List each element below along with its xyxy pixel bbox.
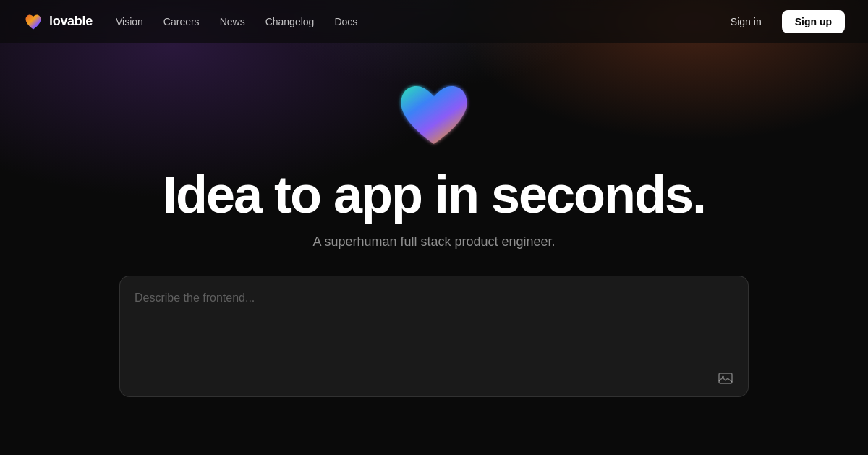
signin-button[interactable]: Sign in (719, 10, 773, 33)
nav-item-changelog[interactable]: Changelog (265, 15, 315, 28)
navbar: lovable Vision Careers News Changelog Do… (0, 0, 868, 43)
nav-item-news[interactable]: News (220, 15, 245, 28)
prompt-input[interactable] (135, 289, 733, 362)
logo-heart-icon (23, 12, 43, 32)
svg-rect-0 (719, 373, 732, 383)
nav-item-careers[interactable]: Careers (163, 15, 200, 28)
logo-link[interactable]: lovable (23, 12, 93, 32)
hero-section: Idea to app in seconds. A superhuman ful… (0, 43, 868, 397)
nav-item-vision[interactable]: Vision (116, 15, 143, 28)
image-upload-icon[interactable] (718, 370, 733, 386)
hero-heart-icon (394, 78, 474, 150)
nav-left: lovable Vision Careers News Changelog Do… (23, 12, 357, 32)
nav-links: Vision Careers News Changelog Docs (116, 15, 357, 28)
nav-right: Sign in Sign up (719, 10, 845, 33)
signup-button[interactable]: Sign up (782, 10, 845, 33)
hero-subtitle: A superhuman full stack product engineer… (312, 234, 555, 250)
prompt-footer (135, 370, 733, 386)
logo-text: lovable (49, 14, 93, 29)
prompt-box (119, 276, 749, 397)
nav-item-docs[interactable]: Docs (334, 15, 357, 28)
hero-title: Idea to app in seconds. (163, 168, 705, 223)
